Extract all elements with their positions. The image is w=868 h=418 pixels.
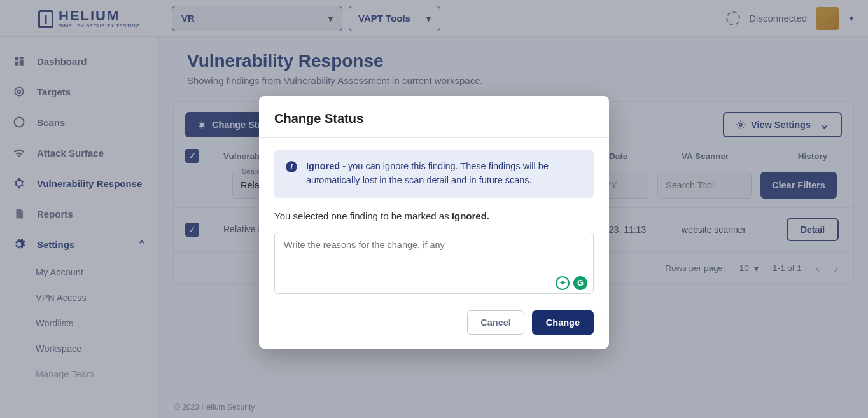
info-status-name: Ignored [306, 161, 340, 171]
grammarly-badges: ✦ G [556, 276, 587, 290]
modal-divider [259, 137, 609, 138]
selection-summary: You selected one finding to be marked as… [274, 211, 594, 221]
change-status-modal: Change Status i Ignored - you can ignore… [259, 96, 609, 349]
grammarly-icon[interactable]: G [573, 276, 587, 290]
info-banner: i Ignored - you can ignore this finding.… [274, 150, 594, 198]
grammarly-bulb-icon[interactable]: ✦ [556, 276, 570, 290]
modal-title: Change Status [274, 111, 594, 126]
change-button[interactable]: Change [532, 310, 594, 335]
reason-textarea[interactable] [274, 232, 594, 294]
cancel-button[interactable]: Cancel [467, 310, 524, 335]
info-icon: i [286, 161, 297, 172]
info-description: - you can ignore this finding. These fin… [306, 161, 549, 185]
